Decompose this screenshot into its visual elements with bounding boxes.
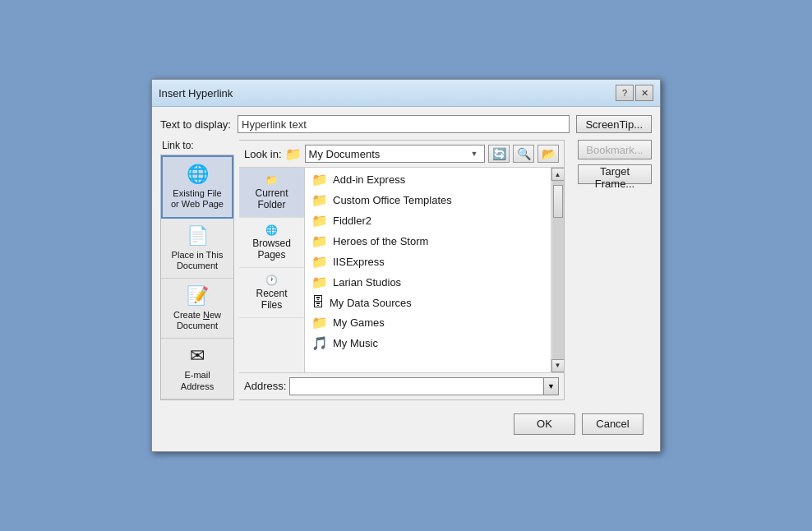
ok-button[interactable]: OK — [514, 413, 575, 435]
target-frame-button[interactable]: Target Frame... — [578, 164, 652, 184]
folder-icon: 📁 — [311, 192, 328, 208]
folder-icon: 📁 — [311, 254, 328, 270]
file-name: Heroes of the Storm — [333, 235, 428, 247]
refresh-button[interactable]: 🔄 — [488, 145, 510, 163]
bookmark-button[interactable]: Bookmark... — [578, 140, 652, 159]
scroll-thumb[interactable] — [553, 185, 563, 218]
folder-icon: 📁 — [311, 315, 328, 330]
create-new-icon: 📝 — [187, 285, 209, 307]
address-input[interactable] — [290, 378, 543, 395]
folder-icon: 📁 — [311, 233, 328, 249]
list-item[interactable]: 📁 My Games — [307, 312, 549, 333]
look-in-folder-icon: 📁 — [285, 146, 302, 162]
list-item[interactable]: 📁 IISExpress — [307, 252, 549, 272]
folder-nav-recent[interactable]: 🕐 RecentFiles — [239, 268, 304, 318]
nav-label-create-new: Create NewDocument — [173, 310, 221, 331]
address-row: Address: ▼ — [239, 372, 564, 399]
address-combo[interactable]: ▼ — [289, 377, 559, 395]
address-dropdown-arrow[interactable]: ▼ — [543, 378, 558, 395]
folder-icon: 📁 — [311, 213, 328, 229]
browsed-pages-label: BrowsedPages — [252, 238, 291, 261]
right-buttons: Bookmark... Target Frame... — [571, 140, 652, 400]
folder-nav-current[interactable]: 📁 CurrentFolder — [239, 168, 304, 218]
cancel-button[interactable]: Cancel — [582, 413, 644, 435]
content-area: Look in: 📁 My Documents ▼ 🔄 🔍 📂 — [239, 140, 565, 400]
search-web-button[interactable]: 🔍 — [513, 145, 534, 163]
scroll-up-button[interactable]: ▲ — [551, 168, 565, 181]
main-area: Link to: 🌐 Existing Fileor Web Page 📄 Pl… — [160, 140, 652, 400]
browsed-pages-icon: 🌐 — [265, 224, 278, 236]
list-item[interactable]: 🎵 My Music — [307, 333, 549, 353]
look-in-row: Look in: 📁 My Documents ▼ 🔄 🔍 📂 — [239, 141, 564, 168]
folder-icon: 📁 — [311, 172, 328, 187]
list-item[interactable]: 📁 Add-in Express — [307, 169, 549, 190]
file-list: 📁 Add-in Express 📁 Custom Office Templat… — [305, 168, 551, 372]
recent-files-icon: 🕐 — [265, 275, 278, 286]
dialog-body: Text to display: ScreenTip... Link to: 🌐… — [152, 107, 660, 451]
file-name: IISExpress — [333, 256, 385, 268]
look-in-label: Look in: — [244, 148, 282, 160]
existing-file-icon: 🌐 — [187, 164, 209, 185]
left-nav: 🌐 Existing Fileor Web Page 📄 Place in Th… — [160, 155, 234, 400]
scroll-down-button[interactable]: ▼ — [551, 359, 565, 372]
list-item[interactable]: 🗄 My Data Sources — [307, 293, 549, 312]
folder-icon: 📁 — [311, 275, 328, 290]
look-in-dropdown-arrow[interactable]: ▼ — [468, 145, 481, 162]
help-button[interactable]: ? — [616, 85, 634, 101]
screentip-button[interactable]: ScreenTip... — [576, 115, 652, 133]
file-name: Larian Studios — [333, 276, 401, 289]
folder-nav: 📁 CurrentFolder 🌐 BrowsedPages 🕐 RecentF… — [239, 168, 305, 372]
scrollbar[interactable]: ▲ ▼ — [551, 168, 564, 372]
email-icon: ✉ — [190, 345, 205, 367]
content-and-right: Look in: 📁 My Documents ▼ 🔄 🔍 📂 — [239, 140, 652, 400]
link-to-label: Link to: — [160, 140, 194, 151]
nav-item-email-address[interactable]: ✉ E-mailAddress — [161, 339, 233, 399]
text-display-label: Text to display: — [160, 118, 231, 131]
nav-item-place-in-doc[interactable]: 📄 Place in ThisDocument — [161, 219, 233, 279]
nav-label-place-in-doc: Place in ThisDocument — [172, 250, 224, 271]
current-folder-label: CurrentFolder — [255, 187, 288, 210]
file-name: Custom Office Templates — [333, 194, 452, 206]
list-item[interactable]: 📁 Larian Studios — [307, 272, 549, 293]
look-in-combo[interactable]: My Documents ▼ — [305, 145, 485, 163]
nav-item-existing-file[interactable]: 🌐 Existing Fileor Web Page — [161, 155, 233, 218]
insert-hyperlink-dialog: Insert Hyperlink ? ✕ Text to display: Sc… — [151, 79, 661, 452]
file-name: Fiddler2 — [333, 215, 371, 227]
file-name: My Music — [333, 337, 378, 349]
music-icon: 🎵 — [311, 335, 328, 351]
recent-files-label: RecentFiles — [256, 288, 287, 311]
close-button[interactable]: ✕ — [635, 85, 653, 101]
nav-item-create-new[interactable]: 📝 Create NewDocument — [161, 279, 233, 339]
dialog-title: Insert Hyperlink — [159, 87, 233, 99]
title-bar: Insert Hyperlink ? ✕ — [152, 80, 660, 107]
folder-nav-browsed[interactable]: 🌐 BrowsedPages — [239, 218, 304, 268]
nav-label-existing-file: Existing Fileor Web Page — [171, 188, 224, 210]
file-name: My Data Sources — [330, 297, 412, 309]
list-item[interactable]: 📁 Heroes of the Storm — [307, 231, 549, 252]
nav-label-email-address: E-mailAddress — [181, 370, 214, 391]
file-name: My Games — [333, 316, 385, 329]
datasrc-icon: 🗄 — [311, 295, 325, 310]
current-folder-icon: 📁 — [265, 174, 278, 186]
text-display-input[interactable] — [238, 115, 570, 133]
list-item[interactable]: 📁 Fiddler2 — [307, 210, 549, 231]
title-bar-buttons: ? ✕ — [616, 85, 653, 101]
list-item[interactable]: 📁 Custom Office Templates — [307, 190, 549, 210]
address-label: Address: — [244, 380, 286, 392]
folder-button[interactable]: 📂 — [537, 145, 559, 163]
scroll-track[interactable] — [552, 181, 564, 359]
place-in-doc-icon: 📄 — [187, 225, 209, 247]
file-name: Add-in Express — [333, 173, 405, 186]
look-in-value: My Documents — [309, 148, 464, 160]
file-list-container: 📁 CurrentFolder 🌐 BrowsedPages 🕐 RecentF… — [239, 168, 564, 372]
text-display-row: Text to display: ScreenTip... — [160, 115, 652, 133]
bottom-row: OK Cancel — [160, 407, 652, 443]
link-to-section: Link to: 🌐 Existing Fileor Web Page 📄 Pl… — [160, 140, 234, 400]
